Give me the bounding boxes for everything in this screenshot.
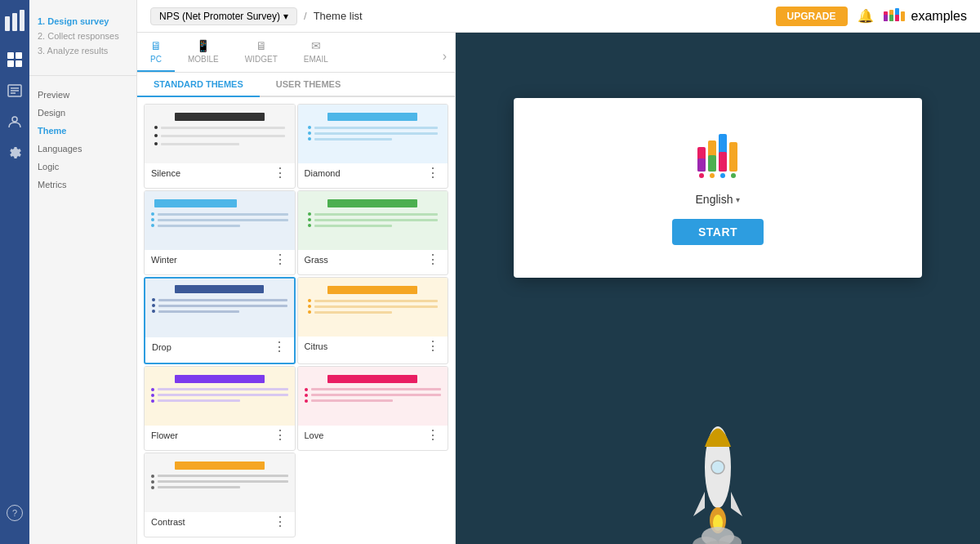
theme-card-contrast[interactable]: Contrast ⋮ [144, 453, 296, 537]
theme-options-drop[interactable]: ⋮ [271, 341, 287, 354]
sidebar: ? [0, 0, 29, 544]
svg-point-26 [699, 173, 704, 178]
svg-rect-13 [884, 15, 888, 21]
sidebar-help-icon[interactable]: ? [7, 505, 23, 534]
username-label: examples [911, 9, 967, 24]
theme-card-footer-love: Love ⋮ [298, 426, 448, 445]
menu-preview[interactable]: Preview [38, 86, 128, 104]
tab-widget[interactable]: 🖥 WIDGET [232, 33, 291, 72]
sidebar-icon-settings[interactable] [6, 144, 24, 162]
step-collect[interactable]: 2. Collect responses [38, 31, 128, 41]
menu-logic[interactable]: Logic [38, 158, 128, 176]
brand-logo-icon [884, 8, 906, 25]
theme-options-silence[interactable]: ⋮ [272, 167, 288, 180]
menu-metrics[interactable]: Metrics [38, 176, 128, 194]
next-arrow-icon[interactable]: › [443, 49, 447, 72]
svg-point-29 [731, 173, 736, 178]
rocket-decoration [685, 402, 751, 544]
theme-preview-love [298, 367, 448, 426]
svg-rect-22 [708, 155, 716, 172]
survey-modal: English ▾ START [514, 98, 922, 278]
sidebar-logo [5, 10, 24, 34]
upgrade-button[interactable]: UPGRADE [776, 7, 848, 26]
step-design[interactable]: 1. Design survey [38, 16, 128, 26]
language-selector[interactable]: English ▾ [696, 193, 741, 206]
theme-name-drop: Drop [152, 342, 172, 352]
theme-options-citrus[interactable]: ⋮ [425, 340, 441, 353]
steps-section: 1. Design survey 2. Collect responses 3.… [29, 0, 136, 69]
svg-rect-5 [7, 60, 14, 67]
theme-grid: Silence ⋮ [137, 97, 455, 544]
svg-rect-25 [729, 142, 737, 172]
content-area: 🖥 PC 📱 MOBILE 🖥 WIDGET ✉ EMAIL › [137, 33, 980, 544]
theme-card-footer-flower: Flower ⋮ [145, 426, 295, 445]
sidebar-icon-dashboard[interactable] [6, 51, 24, 69]
theme-options-grass[interactable]: ⋮ [425, 253, 441, 266]
svg-rect-4 [16, 52, 22, 59]
theme-card-love[interactable]: Love ⋮ [297, 366, 449, 451]
theme-card-grass[interactable]: Grass ⋮ [297, 190, 449, 275]
theme-card-footer-grass: Grass ⋮ [298, 250, 448, 270]
menu-design[interactable]: Design [38, 104, 128, 122]
theme-preview-citrus [298, 278, 448, 337]
survey-name-button[interactable]: NPS (Net Promoter Survey) ▾ [150, 7, 297, 25]
svg-point-27 [710, 173, 715, 178]
sidebar-icon-surveys[interactable] [6, 82, 24, 100]
sidebar-icon-contacts[interactable] [6, 113, 24, 131]
pc-icon: 🖥 [150, 39, 162, 52]
widget-icon: 🖥 [256, 39, 267, 52]
svg-point-28 [720, 173, 725, 178]
theme-options-contrast[interactable]: ⋮ [272, 515, 288, 528]
theme-preview-flower [145, 367, 295, 426]
tab-widget-label: WIDGET [245, 55, 278, 64]
tab-email[interactable]: ✉ EMAIL [291, 33, 341, 72]
tab-user-themes[interactable]: USER THEMES [260, 73, 357, 97]
theme-options-diamond[interactable]: ⋮ [425, 167, 441, 180]
dropdown-chevron-icon: ▾ [283, 11, 288, 22]
user-menu[interactable]: examples [884, 8, 967, 25]
theme-card-flower[interactable]: Flower ⋮ [144, 366, 296, 451]
tab-email-label: EMAIL [304, 55, 328, 64]
theme-name-grass: Grass [305, 255, 328, 265]
tab-standard-themes[interactable]: STANDARD THEMES [137, 73, 260, 97]
survey-preview-pane: English ▾ START [456, 33, 980, 544]
svg-rect-17 [895, 15, 899, 21]
left-panel: 1. Design survey 2. Collect responses 3.… [29, 0, 137, 544]
step-analyze[interactable]: 3. Analyze results [38, 46, 128, 56]
theme-card-diamond[interactable]: Diamond ⋮ [297, 104, 449, 189]
theme-card-footer-drop: Drop ⋮ [145, 337, 294, 357]
tab-pc[interactable]: 🖥 PC [137, 33, 175, 72]
top-header: NPS (Net Promoter Survey) ▾ / Theme list… [137, 0, 980, 33]
svg-rect-6 [16, 60, 22, 67]
theme-type-tabs: STANDARD THEMES USER THEMES [137, 73, 455, 97]
header-right: UPGRADE 🔔 examples [776, 7, 968, 26]
theme-card-winter[interactable]: Winter ⋮ [144, 190, 296, 275]
theme-preview-silence [145, 105, 295, 163]
tab-mobile-label: MOBILE [188, 55, 219, 64]
tab-pc-label: PC [150, 55, 162, 64]
theme-preview-winter [145, 191, 295, 250]
theme-options-love[interactable]: ⋮ [425, 429, 441, 442]
svg-rect-0 [5, 16, 10, 31]
theme-card-citrus[interactable]: Citrus ⋮ [297, 277, 449, 363]
svg-rect-24 [719, 152, 727, 172]
svg-rect-2 [20, 10, 24, 31]
svg-point-31 [711, 461, 724, 474]
theme-card-footer-winter: Winter ⋮ [145, 250, 295, 270]
theme-card-drop[interactable]: Drop ⋮ [144, 277, 296, 363]
theme-card-footer-diamond: Diamond ⋮ [298, 163, 448, 183]
notifications-icon[interactable]: 🔔 [858, 8, 874, 24]
theme-options-flower[interactable]: ⋮ [272, 429, 288, 442]
theme-options-winter[interactable]: ⋮ [272, 253, 288, 266]
start-survey-button[interactable]: START [672, 219, 764, 245]
language-label: English [696, 193, 733, 206]
tab-mobile[interactable]: 📱 MOBILE [175, 33, 232, 72]
theme-name-winter: Winter [151, 255, 177, 265]
theme-sidebar: 🖥 PC 📱 MOBILE 🖥 WIDGET ✉ EMAIL › [137, 33, 456, 544]
svg-rect-18 [901, 11, 905, 21]
theme-card-silence[interactable]: Silence ⋮ [144, 104, 296, 189]
svg-rect-1 [12, 13, 17, 31]
menu-theme[interactable]: Theme [38, 122, 128, 140]
menu-languages[interactable]: Languages [38, 140, 128, 158]
rocket-icon [685, 402, 751, 544]
